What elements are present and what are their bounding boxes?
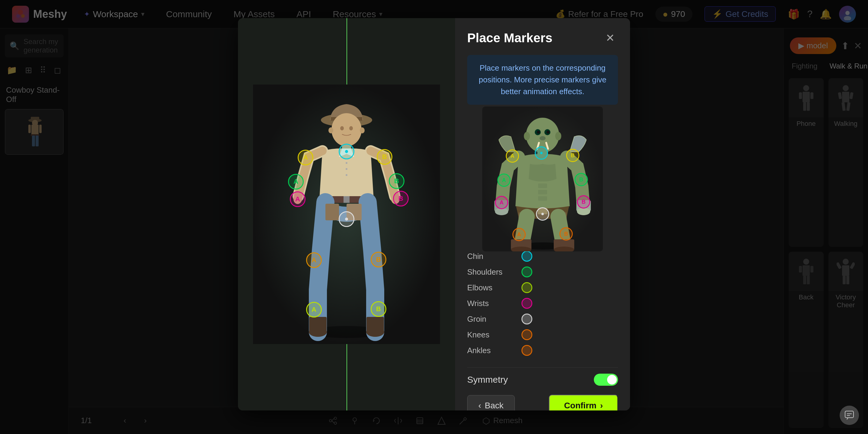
orc-marker-right-knee[interactable]: B bbox=[559, 227, 573, 240]
svg-point-109 bbox=[540, 152, 542, 154]
legend-shoulders-label: Shoulders bbox=[467, 267, 516, 277]
legend-elbows-label: Elbows bbox=[467, 283, 516, 292]
back-arrow-icon: ‹ bbox=[478, 401, 481, 410]
marker-right-shoulder[interactable]: B bbox=[377, 149, 392, 165]
legend-shoulders-dot bbox=[522, 266, 532, 277]
svg-rect-80 bbox=[326, 204, 339, 220]
legend-wrists-label: Wrists bbox=[467, 299, 516, 308]
marker-groin[interactable] bbox=[339, 211, 354, 227]
orc-marker-left-knee[interactable]: A bbox=[513, 228, 526, 241]
legend-wrists: Wrists bbox=[467, 295, 618, 311]
legend-shoulders: Shoulders bbox=[467, 264, 618, 280]
marker-left-wrist[interactable]: A bbox=[290, 191, 306, 207]
symmetry-toggle[interactable] bbox=[594, 374, 618, 386]
orc-marker-right-shoulder[interactable]: B bbox=[566, 149, 579, 162]
character-markers-container: A B A B A B A B A bbox=[253, 85, 440, 344]
legend-wrists-dot bbox=[522, 298, 532, 309]
legend-chin-label: Chin bbox=[467, 252, 516, 261]
svg-point-91 bbox=[537, 131, 540, 134]
svg-point-104 bbox=[577, 208, 590, 215]
svg-rect-95 bbox=[538, 183, 547, 188]
svg-rect-97 bbox=[538, 196, 547, 201]
legend-ankles: Ankles bbox=[467, 343, 618, 358]
back-label: Back bbox=[485, 401, 503, 410]
legend-elbows: Elbows bbox=[467, 280, 618, 295]
orc-marker-right-elbow[interactable]: B bbox=[575, 173, 588, 186]
svg-point-83 bbox=[345, 218, 348, 221]
svg-point-65 bbox=[360, 127, 365, 134]
orc-marker-left-wrist[interactable]: A bbox=[495, 196, 508, 209]
marker-right-knee[interactable]: B bbox=[371, 252, 386, 267]
legend-groin-dot bbox=[522, 314, 532, 324]
svg-point-67 bbox=[346, 162, 347, 164]
svg-rect-71 bbox=[343, 196, 349, 203]
orc-marker-right-wrist[interactable]: B bbox=[577, 195, 590, 208]
marker-left-ankle[interactable]: A bbox=[306, 302, 322, 318]
svg-point-88 bbox=[555, 132, 561, 140]
svg-point-69 bbox=[346, 174, 347, 176]
marker-legend: Chin Shoulders Elbows Wrists Groin bbox=[467, 249, 618, 358]
svg-point-68 bbox=[346, 168, 347, 170]
orc-marker-left-elbow[interactable]: A bbox=[497, 174, 510, 187]
legend-elbows-dot bbox=[522, 282, 532, 293]
legend-chin-dot bbox=[522, 251, 532, 262]
legend-knees-label: Knees bbox=[467, 330, 516, 340]
modal-header: Place Markers ✕ bbox=[467, 30, 618, 46]
svg-point-62 bbox=[340, 126, 344, 131]
legend-groin-label: Groin bbox=[467, 315, 516, 324]
toggle-knob bbox=[607, 375, 617, 384]
marker-right-ankle[interactable]: B bbox=[371, 301, 386, 317]
svg-point-61 bbox=[332, 113, 362, 146]
modal-orc-preview: A B A B A B A bbox=[467, 116, 618, 242]
svg-rect-79 bbox=[367, 317, 384, 334]
orc-marker-chin[interactable] bbox=[535, 146, 548, 160]
svg-point-92 bbox=[547, 131, 550, 134]
chat-bubble[interactable] bbox=[840, 406, 859, 425]
back-button[interactable]: ‹ Back bbox=[467, 395, 515, 410]
symmetry-label: Symmetry bbox=[467, 375, 508, 385]
modal-instruction: Place markers on the corresponding posit… bbox=[467, 55, 618, 105]
svg-point-87 bbox=[524, 132, 530, 140]
confirm-button[interactable]: Confirm › bbox=[549, 395, 618, 410]
modal-right-panel: Place Markers ✕ Place markers on the cor… bbox=[455, 18, 630, 410]
marker-chin[interactable] bbox=[339, 144, 354, 160]
modal-footer: ‹ Back Confirm › bbox=[467, 395, 618, 410]
marker-left-shoulder[interactable]: A bbox=[298, 150, 313, 165]
symmetry-row: Symmetry bbox=[467, 367, 618, 386]
svg-rect-96 bbox=[538, 190, 547, 194]
svg-point-64 bbox=[329, 127, 333, 134]
svg-point-82 bbox=[345, 150, 348, 153]
confirm-arrow-icon: › bbox=[600, 401, 603, 410]
orc-marker-groin[interactable] bbox=[536, 207, 549, 221]
place-markers-modal: A B A B A B A B A bbox=[238, 18, 630, 410]
marker-left-knee[interactable]: A bbox=[306, 252, 322, 268]
legend-ankles-dot bbox=[522, 345, 532, 356]
confirm-label: Confirm bbox=[564, 401, 596, 410]
legend-ankles-label: Ankles bbox=[467, 346, 516, 355]
legend-knees-dot bbox=[522, 329, 532, 340]
marker-right-wrist[interactable]: B bbox=[393, 191, 409, 206]
modal-title: Place Markers bbox=[467, 31, 553, 45]
legend-knees: Knees bbox=[467, 327, 618, 343]
svg-rect-77 bbox=[309, 317, 327, 334]
modal-close-button[interactable]: ✕ bbox=[602, 30, 618, 46]
legend-groin: Groin bbox=[467, 311, 618, 327]
marker-right-elbow[interactable]: B bbox=[389, 173, 404, 189]
modal-character-view: A B A B A B A B A bbox=[238, 18, 455, 410]
svg-point-63 bbox=[349, 126, 353, 131]
close-x-icon: ✕ bbox=[606, 32, 615, 45]
orc-marker-left-shoulder[interactable]: A bbox=[506, 149, 519, 163]
marker-left-elbow[interactable]: A bbox=[288, 174, 304, 190]
svg-point-110 bbox=[541, 213, 544, 215]
svg-point-93 bbox=[539, 136, 546, 140]
modal-overlay: A B A B A B A B A bbox=[0, 0, 868, 434]
svg-rect-111 bbox=[845, 411, 854, 418]
